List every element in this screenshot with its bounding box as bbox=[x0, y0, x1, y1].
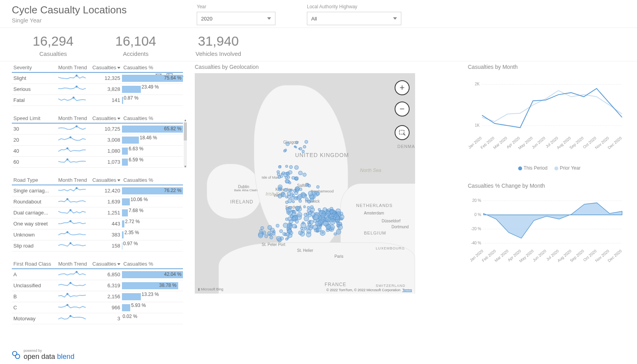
svg-text:May 2020: May 2020 bbox=[517, 136, 534, 150]
map-lasso-button[interactable] bbox=[395, 125, 410, 140]
legend-swatch-prior bbox=[554, 166, 558, 170]
row-bar: 0.87 % bbox=[122, 95, 183, 106]
map-terms-link[interactable]: Terms bbox=[403, 288, 412, 292]
geolocation-map[interactable]: UNITED KINGDOM IRELAND FRANCE NETHERLAND… bbox=[195, 73, 415, 294]
row-category: Fatal bbox=[12, 95, 57, 106]
row-bar: 10.06 % bbox=[122, 196, 183, 207]
table-row[interactable]: Fatal 141 0.87 % bbox=[12, 95, 183, 106]
row-category: Dual carriage... bbox=[12, 207, 57, 218]
map-zoom-in-button[interactable]: + bbox=[395, 80, 410, 95]
footer-powered: powered by bbox=[24, 349, 74, 353]
sparkline-icon bbox=[57, 269, 90, 280]
table-speed[interactable]: Speed LimitMonth TrendCasualtiesCasualti… bbox=[12, 115, 183, 168]
row-casualties: 3,008 bbox=[90, 135, 122, 146]
sparkline-icon bbox=[57, 185, 90, 196]
odb-logo-icon bbox=[12, 351, 20, 359]
row-bar: 6.63 % bbox=[122, 146, 183, 157]
row-category: Unknown bbox=[12, 229, 57, 240]
row-category: C bbox=[12, 302, 57, 313]
kpi-vehicles-value: 31,940 bbox=[177, 33, 260, 49]
chart-casualties-by-month[interactable]: 1K2KJan 2020Feb 2020Mar 2020Apr 2020May … bbox=[468, 73, 625, 152]
footer: powered by open data blend bbox=[12, 349, 74, 361]
filter-year-select[interactable]: 2020 bbox=[197, 12, 275, 25]
svg-text:-40 %: -40 % bbox=[471, 241, 481, 245]
row-casualties: 6,319 bbox=[90, 280, 122, 291]
table-row[interactable]: 30 10,725 65.82 % bbox=[12, 123, 183, 135]
row-category: Unclassified bbox=[12, 280, 57, 291]
table-row[interactable]: Dual carriage... 1,251 7.68 % bbox=[12, 207, 183, 218]
table-row[interactable]: Serious 3,828 23.49 % bbox=[12, 84, 183, 95]
svg-text:Sep 2020: Sep 2020 bbox=[569, 249, 585, 263]
table-row[interactable]: 40 1,080 6.63 % bbox=[12, 146, 183, 157]
row-casualties: 141 bbox=[90, 95, 122, 106]
map-label-denmark: DENMARK bbox=[397, 144, 415, 149]
table-row[interactable]: B 2,156 13.23 % bbox=[12, 291, 183, 302]
row-casualties: 6,850 bbox=[90, 269, 122, 280]
table-row[interactable]: A 6,850 42.04 % bbox=[12, 269, 183, 280]
row-bar: 65.82 % bbox=[122, 123, 183, 135]
map-city-dortmund: Dortmund bbox=[391, 225, 409, 229]
svg-text:Dec 2020: Dec 2020 bbox=[607, 136, 622, 150]
table-row[interactable]: Slight 12,325 75.64 % bbox=[12, 72, 183, 84]
table-row[interactable]: Roundabout 1,639 10.06 % bbox=[12, 196, 183, 207]
map-zoom-out-button[interactable]: − bbox=[395, 102, 410, 116]
sparkline-icon bbox=[57, 302, 90, 313]
header: Cycle Casualty Locations Single Year Yea… bbox=[0, 0, 637, 28]
table-row[interactable]: Unclassified 6,319 38.78 % bbox=[12, 280, 183, 291]
sparkline-icon bbox=[57, 135, 90, 146]
chevron-down-icon bbox=[393, 17, 397, 20]
svg-text:May 2020: May 2020 bbox=[519, 249, 535, 263]
row-casualties: 2,156 bbox=[90, 291, 122, 302]
map-city-dusseldorf: Düsseldorf bbox=[382, 219, 401, 223]
svg-text:Dec 2020: Dec 2020 bbox=[607, 249, 622, 263]
map-city-sthelier: St. Helier bbox=[297, 248, 313, 253]
table-road[interactable]: Road TypeMonth TrendCasualtiesCasualties… bbox=[12, 176, 183, 251]
sparkline-icon bbox=[57, 72, 90, 84]
row-casualties: 12,325 bbox=[90, 72, 122, 84]
row-bar: 6.59 % bbox=[122, 157, 183, 168]
sparkline-icon bbox=[57, 123, 90, 135]
sparkline-icon bbox=[57, 229, 90, 240]
row-category: Motorway bbox=[12, 313, 57, 324]
table-row[interactable]: C 966 5.93 % bbox=[12, 302, 183, 313]
sparkline-icon bbox=[57, 95, 90, 106]
kpi-casualties-label: Casualties bbox=[12, 50, 94, 57]
svg-point-20 bbox=[66, 304, 68, 306]
table-row[interactable]: Single carriag... 12,420 76.22 % bbox=[12, 185, 183, 196]
row-category: 20 bbox=[12, 135, 57, 146]
chart-pct-change-by-month[interactable]: -40 %-20 %0 %20 %Jan 2020Feb 2020Mar 202… bbox=[468, 192, 625, 263]
row-casualties: 3,828 bbox=[90, 84, 122, 95]
row-category: A bbox=[12, 269, 57, 280]
sparkline-icon bbox=[57, 207, 90, 218]
sparkline-icon bbox=[57, 240, 90, 251]
filter-year-label: Year bbox=[197, 4, 275, 9]
table-row[interactable]: Slip road 158 0.97 % bbox=[12, 240, 183, 251]
table-row[interactable]: 20 3,008 18.46 % bbox=[12, 135, 183, 146]
row-bar: 38.78 % bbox=[122, 280, 183, 291]
filter-authority-select[interactable]: All bbox=[307, 12, 401, 25]
svg-point-14 bbox=[70, 220, 72, 222]
row-bar: 13.23 % bbox=[122, 291, 183, 302]
kpi-accidents-label: Accidents bbox=[94, 50, 177, 57]
table-severity[interactable]: SeverityMonth TrendCasualtiesCasualties … bbox=[12, 64, 183, 106]
table-row[interactable]: Unknown 383 2.35 % bbox=[12, 229, 183, 240]
row-bar: 0.97 % bbox=[122, 240, 183, 251]
row-category: 60 bbox=[12, 157, 57, 168]
row-category: B bbox=[12, 291, 57, 302]
sparkline-icon bbox=[57, 84, 90, 95]
svg-point-21 bbox=[70, 315, 72, 317]
table-row[interactable]: One way street 443 2.72 % bbox=[12, 218, 183, 229]
row-category: Single carriag... bbox=[12, 185, 57, 196]
row-casualties: 966 bbox=[90, 302, 122, 313]
map-label-ireland: IRELAND bbox=[230, 199, 253, 205]
page-title: Cycle Casualty Locations bbox=[12, 4, 197, 16]
table-roadclass[interactable]: First Road ClassMonth TrendCasualtiesCas… bbox=[12, 260, 183, 324]
map-label-netherlands: NETHERLANDS bbox=[356, 203, 393, 208]
sparkline-icon bbox=[57, 313, 90, 324]
svg-point-4 bbox=[76, 75, 78, 77]
table-row[interactable]: Motorway 3 0.02 % bbox=[12, 313, 183, 324]
map-city-paris: Paris bbox=[334, 254, 343, 259]
table-row[interactable]: 60 1,073 6.59 % bbox=[12, 157, 183, 168]
row-bar: 7.68 % bbox=[122, 207, 183, 218]
row-casualties: 3 bbox=[90, 313, 122, 324]
